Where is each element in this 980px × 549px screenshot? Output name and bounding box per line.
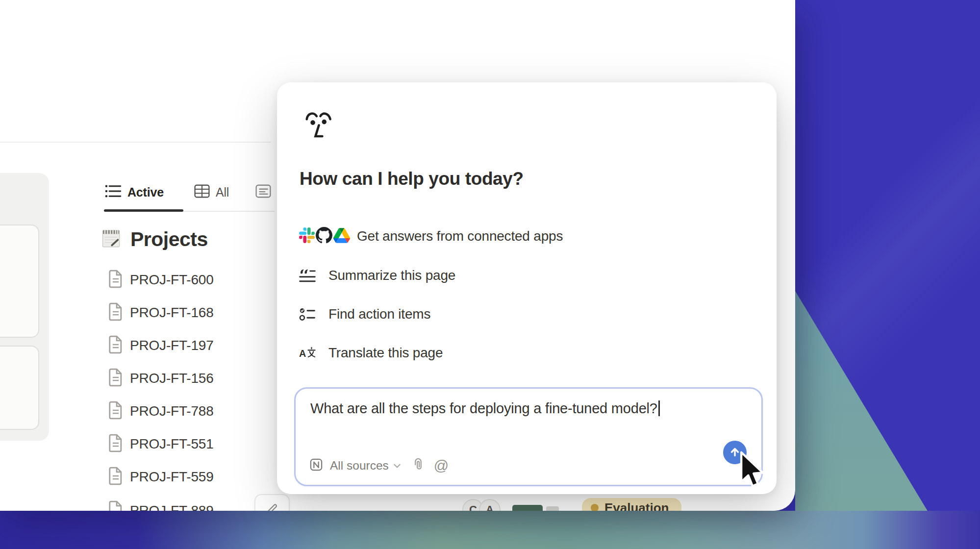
edit-button[interactable] [254,494,290,511]
status-badge-evaluation[interactable]: Evaluation [582,498,681,511]
table-view-icon [194,184,210,200]
notion-icon [309,458,323,474]
project-row[interactable]: PROJ-FT-559 [107,467,214,487]
svg-text:A: A [299,348,306,359]
notepad-icon [100,227,122,251]
suggestion-connected-apps[interactable]: Get answers from connected apps [299,224,563,249]
board-view-icon [255,184,271,200]
suggestion-action-items[interactable]: Find action items [299,301,430,327]
github-icon [316,227,332,246]
left-panel-card [0,225,39,338]
project-row[interactable]: PROJ-FT-600 [107,270,214,290]
screen: Active All [0,0,980,549]
tab-board-view[interactable] [255,182,271,202]
suggestion-summarize[interactable]: Summarize this page [299,263,455,288]
tab-active-view[interactable]: Active [105,182,164,202]
tab-all-view[interactable]: All [194,182,229,202]
translate-icon: A [299,346,316,361]
project-row[interactable]: PROJ-FT-156 [107,369,214,388]
page-title-text: Projects [130,228,208,251]
progress-bar-segment [546,506,559,511]
slack-icon [299,227,315,245]
quote-icon [299,268,316,283]
google-drive-icon [333,228,350,245]
source-selector-label: All sources [330,459,389,473]
header-divider [0,142,271,143]
attach-file-button[interactable] [411,457,425,474]
progress-bar-segment [512,505,543,511]
project-row[interactable]: PROJ-FT-197 [107,336,214,355]
tab-label: Active [127,185,164,200]
project-row[interactable]: PROJ-FT-788 [107,401,214,421]
mention-button[interactable]: @ [434,457,449,474]
project-row[interactable]: PROJ-FT-551 [107,434,214,454]
document-icon [107,500,124,511]
suggestion-translate[interactable]: A Translate this page [299,340,443,366]
at-icon: @ [434,457,449,474]
document-icon [107,434,124,454]
checklist-icon [299,307,316,322]
wallpaper-bottom-band [0,511,980,549]
mouse-cursor [738,451,766,493]
project-row[interactable]: PROJ-FT-168 [107,303,214,323]
avatar[interactable]: A [479,499,501,511]
document-icon [107,302,124,323]
document-icon [107,401,124,422]
composer-input[interactable]: What are all the steps for deploying a f… [310,400,660,417]
document-icon [107,335,124,356]
document-icon [107,368,124,389]
paperclip-icon [411,457,425,474]
composer: What are all the steps for deploying a f… [294,387,763,486]
project-row-partial[interactable]: PROJ-FT-889 [107,501,214,511]
page-title: Projects [100,227,208,251]
list-view-icon [105,184,122,200]
text-caret [658,400,660,416]
source-selector[interactable]: All sources [309,458,401,474]
left-panel-card [0,346,39,430]
document-icon [107,270,124,290]
tab-row-divider [183,211,275,212]
tab-label: All [216,185,229,200]
document-icon [107,467,124,487]
notion-ai-face-icon [304,108,335,143]
chevron-down-icon [394,461,401,470]
assistant-greeting: How can I help you today? [300,169,524,189]
pencil-icon [265,502,279,511]
ai-assistant-modal: How can I help you today? [277,82,777,494]
badge-dot [591,504,599,511]
active-tab-underline [104,209,183,212]
